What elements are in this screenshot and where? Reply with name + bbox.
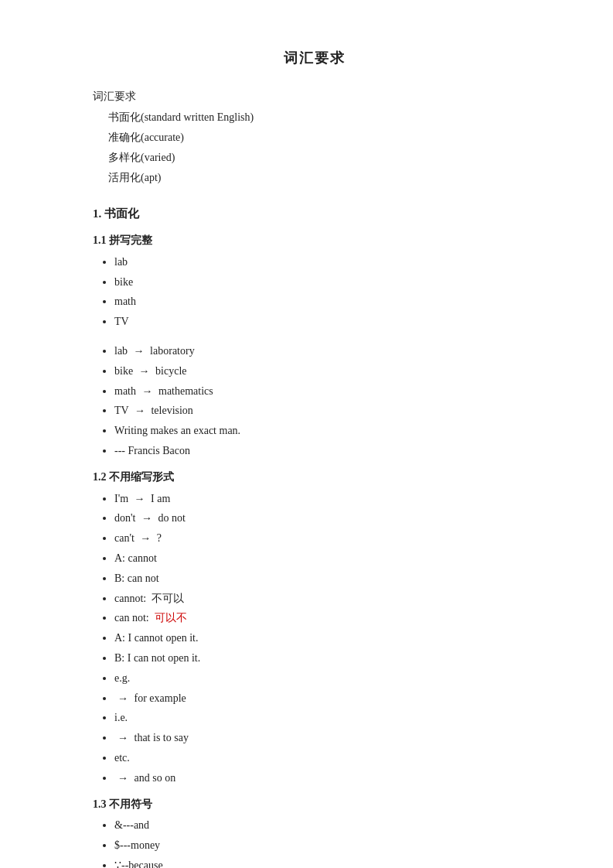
arrow-icon: → <box>139 362 150 381</box>
subsection-1-2: 1.2 不用缩写形式 I'm → I am don't → do not can… <box>93 468 536 788</box>
sub-heading-1-3: 1.3 不用符号 <box>93 795 536 814</box>
sub-heading-1-2: 1.2 不用缩写形式 <box>93 468 536 487</box>
list-item: ∵--because <box>114 856 536 868</box>
list-item: lab → laboratory <box>114 342 536 361</box>
arrow-icon: → <box>141 509 152 528</box>
list-item: TV <box>114 313 536 331</box>
list-item: A: cannot <box>114 549 536 568</box>
list-item: i.e. <box>114 709 536 727</box>
list-item: &---and <box>114 816 536 835</box>
arrow-icon: → <box>135 490 145 508</box>
arrow-icon: → <box>117 729 128 747</box>
arrow-icon: → <box>135 402 145 420</box>
list-item: → that is to say <box>114 729 536 747</box>
list-item: 多样化(varied) <box>108 149 536 167</box>
list-item: can not: 可以不 <box>114 609 536 627</box>
list-item: e.g. <box>114 669 536 688</box>
subsection-1-3: 1.3 不用符号 &---and $---money ∵--because ∴-… <box>93 795 536 868</box>
section-1: 1. 书面化 1.1 拼写完整 lab bike math TV lab → l… <box>93 204 536 868</box>
list-item: lab <box>114 253 536 272</box>
intro-label: 词汇要求 <box>93 87 536 106</box>
list-item: TV → television <box>114 402 536 420</box>
arrow-icon: → <box>117 769 128 788</box>
section-1-heading: 1. 书面化 <box>93 204 536 224</box>
sub-heading-1-1: 1.1 拼写完整 <box>93 231 536 250</box>
list-item: B: I can not open it. <box>114 649 536 668</box>
list-item: cannot: 不可以 <box>114 589 536 608</box>
arrow-icon: → <box>140 529 151 548</box>
intro-list: 书面化(standard written English) 准确化(accura… <box>93 108 536 186</box>
list-item: don't → do not <box>114 509 536 528</box>
list-item: $---money <box>114 836 536 855</box>
arrow-icon: → <box>142 382 153 401</box>
subsection-1-1: 1.1 拼写完整 lab bike math TV lab → laborato… <box>93 231 536 460</box>
list-item: 活用化(apt) <box>108 169 536 187</box>
basic-words-list: lab bike math TV <box>93 253 536 331</box>
list-item: I'm → I am <box>114 490 536 508</box>
list-item: → and so on <box>114 769 536 788</box>
contractions-list: I'm → I am don't → do not can't → ? A: c… <box>93 490 536 788</box>
highlight-text: 可以不 <box>155 612 187 624</box>
list-item: --- Francis Bacon <box>114 442 536 460</box>
list-item: → for example <box>114 689 536 708</box>
list-item: math → mathematics <box>114 382 536 401</box>
list-item: can't → ? <box>114 529 536 548</box>
arrow-icon: → <box>117 689 128 708</box>
list-item: Writing makes an exact man. <box>114 422 536 440</box>
arrow-icon: → <box>134 342 145 361</box>
expand-words-list: lab → laboratory bike → bicycle math → m… <box>93 342 536 460</box>
list-item: 准确化(accurate) <box>108 128 536 147</box>
list-item: bike <box>114 273 536 292</box>
list-item: etc. <box>114 749 536 767</box>
list-item: B: can not <box>114 569 536 588</box>
list-item: A: I cannot open it. <box>114 629 536 648</box>
intro-section: 词汇要求 书面化(standard written English) 准确化(a… <box>93 87 536 187</box>
page-title: 词汇要求 <box>93 46 536 70</box>
list-item: 书面化(standard written English) <box>108 108 536 127</box>
symbols-list: &---and $---money ∵--because ∴--so <box>93 816 536 868</box>
list-item: math <box>114 292 536 311</box>
list-item: bike → bicycle <box>114 362 536 381</box>
